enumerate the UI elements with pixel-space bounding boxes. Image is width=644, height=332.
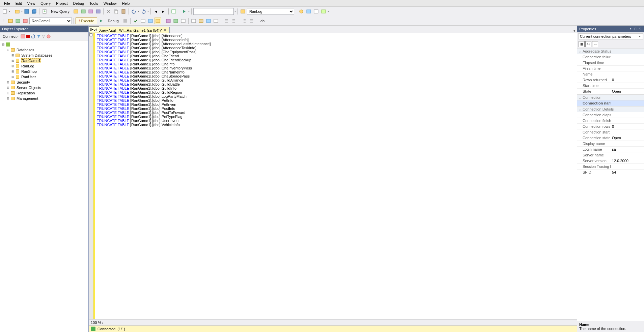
refresh-2-icon[interactable] [46, 34, 51, 39]
start-icon[interactable] [181, 8, 188, 15]
prop-version[interactable]: Server version12.0.2000 [577, 158, 644, 164]
prop-conn-failure[interactable]: Connection failure [577, 54, 644, 60]
tree-management-node[interactable]: ⊞Management [1, 96, 87, 101]
menu-help[interactable]: Help [119, 1, 133, 6]
categorized-icon[interactable]: ▦ [579, 41, 585, 47]
menu-tools[interactable]: Tools [87, 1, 101, 6]
tool-icon-3[interactable] [313, 8, 319, 15]
tree-server-node[interactable]: ⊟ [1, 42, 87, 47]
property-pages-icon[interactable]: ▭ [592, 41, 598, 47]
results-to-text-icon[interactable] [190, 18, 197, 24]
tree-security-node[interactable]: ⊞Security [1, 80, 87, 85]
tree-db-ranuser[interactable]: ⊞RanUser [1, 74, 87, 80]
properties-object-combo[interactable]: Current connection parameters [578, 33, 643, 39]
collapse-icon[interactable]: - [89, 33, 92, 36]
sql-editor[interactable]: - TRUNCATE TABLE [RanGame1].[dbo].[Atten… [89, 33, 577, 319]
parse-icon[interactable] [132, 18, 139, 24]
results-to-file-icon[interactable] [205, 18, 212, 24]
alphabetical-icon[interactable]: A↓ [585, 41, 591, 47]
prop-c-rows[interactable]: Connection rows0 [577, 124, 644, 129]
tab-dropdown-icon[interactable]: ▾ [572, 29, 577, 33]
debug-start-icon[interactable] [98, 18, 105, 24]
prop-finish[interactable]: Finish time [577, 66, 644, 71]
mdx-query-icon[interactable] [87, 8, 94, 15]
analysis-query-icon[interactable] [80, 8, 87, 15]
paste-icon[interactable] [120, 8, 127, 15]
tool-icon-1[interactable] [298, 8, 305, 15]
prop-trace[interactable]: Session Tracing ID [577, 164, 644, 170]
prop-state[interactable]: StateOpen [577, 89, 644, 94]
available-db-icon[interactable] [15, 18, 21, 24]
tree-replication-node[interactable]: ⊞Replication [1, 90, 87, 96]
stop-icon[interactable] [26, 34, 30, 38]
prop-spid[interactable]: SPID54 [577, 170, 644, 175]
undo-icon[interactable] [131, 8, 137, 15]
results-to-grid-icon[interactable] [198, 18, 204, 24]
nav-back-icon[interactable]: ◄ [152, 8, 159, 15]
comment-icon[interactable] [213, 18, 219, 24]
cat-aggregate[interactable]: Aggregate Status [577, 48, 644, 54]
tree-db-ranshop[interactable]: ⊞RanShop [1, 69, 87, 74]
redo-icon[interactable] [140, 8, 147, 15]
uncomment-icon[interactable] [223, 18, 230, 24]
prop-start[interactable]: Start time [577, 83, 644, 89]
prop-c-elapsed[interactable]: Connection elapsed [577, 112, 644, 118]
current-database-combo[interactable]: RanGame1 [29, 18, 72, 24]
zoom-level-combo[interactable]: 100 % [91, 321, 103, 325]
tab-close-icon[interactable]: ✕ [164, 28, 167, 32]
filter-settings-icon[interactable] [41, 34, 46, 38]
tool-icon-4[interactable] [320, 8, 327, 15]
code-snippets-icon[interactable] [180, 18, 187, 24]
tree-sysdb-node[interactable]: ⊞System Databases [1, 53, 87, 58]
prop-conn-name[interactable]: Connection name [577, 100, 644, 106]
panel-close-icon[interactable]: ✕ [638, 27, 642, 31]
new-query-icon[interactable]: + [41, 8, 48, 15]
properties-grid[interactable]: Aggregate Status Connection failure Elap… [577, 48, 644, 321]
connect-dropdown[interactable]: Connect [1, 34, 20, 38]
query-options-icon[interactable] [147, 18, 154, 24]
include-stats-icon[interactable] [172, 18, 179, 24]
activity-monitor-icon[interactable] [170, 8, 177, 15]
tree-db-rangame1[interactable]: ⊞RanGame1 [1, 58, 87, 63]
menu-window[interactable]: Window [101, 1, 119, 6]
panel-pin-icon[interactable]: ⊓ [633, 27, 637, 31]
change-con-icon[interactable] [22, 18, 29, 24]
menu-view[interactable]: View [25, 1, 38, 6]
cat-conn-details[interactable]: Connection Details [577, 106, 644, 112]
execute-button[interactable]: Execute [76, 18, 97, 24]
code-content[interactable]: TRUNCATE TABLE [RanGame1].[dbo].[Attenda… [95, 33, 213, 319]
prop-c-start[interactable]: Connection start time [577, 129, 644, 135]
copy-icon[interactable] [113, 8, 119, 15]
menu-query[interactable]: Query [38, 1, 53, 6]
tree-server-objects-node[interactable]: ⊞Server Objects [1, 85, 87, 90]
save-all-icon[interactable] [31, 8, 37, 15]
new-query-button[interactable]: New Query [49, 8, 72, 15]
menu-edit[interactable]: Edit [13, 1, 25, 6]
prop-c-finish[interactable]: Connection finish [577, 118, 644, 124]
database-combo[interactable]: RanLog [247, 8, 294, 15]
object-explorer-tree[interactable]: ⊟ ⊟Databases ⊞System Databases ⊞RanGame1… [0, 40, 88, 332]
cut-icon[interactable] [105, 8, 112, 15]
decrease-indent-icon[interactable] [230, 18, 237, 24]
dmx-query-icon[interactable] [95, 8, 102, 15]
menu-project[interactable]: Project [53, 1, 70, 6]
document-tab[interactable]: Query7.sql - WI...RanGame1 (sa (54))* ✕ [89, 27, 170, 33]
nav-forward-icon[interactable]: ► [160, 8, 167, 15]
prop-c-state[interactable]: Connection stateOpen [577, 135, 644, 141]
increase-indent-icon[interactable] [241, 18, 248, 24]
intellisense-icon[interactable] [155, 18, 161, 24]
find-input[interactable] [193, 8, 234, 15]
open-icon[interactable] [14, 8, 21, 15]
db-engine-query-icon[interactable] [73, 8, 79, 15]
estimated-plan-icon[interactable] [140, 18, 146, 24]
tool-icon-2[interactable] [305, 8, 312, 15]
prop-rows-returned[interactable]: Rows returned0 [577, 77, 644, 83]
specify-values-icon[interactable] [248, 18, 255, 24]
include-plan-icon[interactable] [165, 18, 172, 24]
panel-dropdown-icon[interactable]: ▾ [628, 27, 633, 31]
tree-db-ranlog[interactable]: ⊞RanLog [1, 63, 87, 69]
prop-server[interactable]: Server name [577, 152, 644, 158]
tree-databases-node[interactable]: ⊟Databases [1, 47, 87, 53]
debug-button[interactable]: Debug [105, 18, 121, 24]
disconnect-icon[interactable] [21, 34, 25, 39]
